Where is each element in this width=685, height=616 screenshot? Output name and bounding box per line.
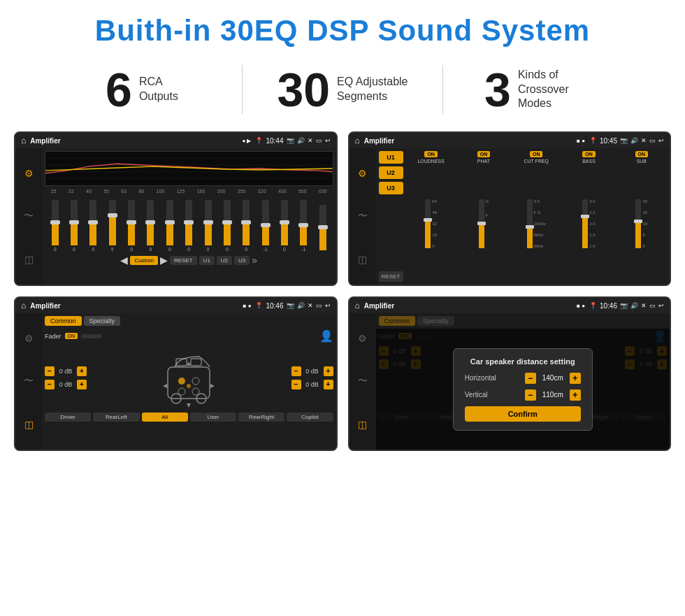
dot-icons-4: ■ ● bbox=[577, 303, 585, 309]
db-plus-3[interactable]: + bbox=[324, 380, 333, 389]
status-bar-3: ⌂ Amplifier ■ ● 📍 10:46 📷 🔊 ✕ ▭ ↩ bbox=[15, 298, 336, 313]
btn-copilot[interactable]: Copilot bbox=[287, 413, 333, 422]
ch-cutfreq-slider: 3.0F G100Hz80Hz60Hz bbox=[527, 165, 546, 282]
eq-slider-7: 0 bbox=[180, 200, 198, 252]
db-col-right: − 0 dB + − 0 dB + bbox=[291, 366, 333, 389]
dialog-vertical-control: − 110cm + bbox=[525, 389, 581, 401]
dialog-title: Car speaker distance setting bbox=[465, 357, 581, 366]
status-bar-1: ⌂ Amplifier ● ▶ 📍 10:44 📷 🔊 ✕ ▭ ↩ bbox=[15, 133, 336, 148]
ch-bass-slider: 3.02.52.01.51.0 bbox=[582, 165, 595, 282]
eq-reset-btn[interactable]: RESET bbox=[170, 256, 197, 265]
eq-more-icon[interactable]: » bbox=[252, 255, 257, 266]
distance-screen-wrapper: ⚙ 〜 ◫ Common Specialty Fader ON 👤 bbox=[349, 313, 670, 450]
dialog-overlay: Car speaker distance setting Horizontal … bbox=[376, 329, 670, 450]
eq-speaker-icon[interactable]: ◫ bbox=[24, 254, 34, 265]
db-minus-1[interactable]: − bbox=[45, 380, 55, 389]
crossover-u2-btn[interactable]: U2 bbox=[379, 166, 403, 179]
dist-wave-icon[interactable]: 〜 bbox=[358, 375, 368, 387]
ch-loudness-label: LOUDNESS bbox=[417, 159, 445, 164]
crossover-u1-btn[interactable]: U1 bbox=[379, 151, 403, 164]
ch-phat-slider: GF bbox=[479, 165, 489, 282]
eq-prev-btn[interactable]: ◀ bbox=[120, 255, 128, 266]
dialog-horizontal-minus[interactable]: − bbox=[525, 373, 536, 384]
ch-sub-on-btn[interactable]: ON bbox=[635, 151, 649, 157]
stat-rca-number: 6 bbox=[106, 66, 132, 113]
crossover-reset-btn[interactable]: RESET bbox=[379, 271, 403, 282]
sp-wave-icon[interactable]: 〜 bbox=[24, 375, 34, 387]
btn-rearleft[interactable]: RearLeft bbox=[93, 413, 139, 422]
db-minus-3[interactable]: − bbox=[291, 380, 301, 389]
db-minus-0[interactable]: − bbox=[45, 366, 55, 376]
vol-icon-2: 🔊 bbox=[630, 137, 638, 144]
db-value-0: 0 dB bbox=[56, 368, 75, 375]
tab-specialty[interactable]: Specialty bbox=[84, 316, 121, 326]
btn-all[interactable]: All bbox=[142, 413, 188, 422]
co-filter-icon[interactable]: ⚙ bbox=[358, 168, 367, 179]
dialog-horizontal-plus[interactable]: + bbox=[570, 373, 581, 384]
fader-on-btn[interactable]: ON bbox=[65, 333, 78, 339]
eq-u1-btn[interactable]: U1 bbox=[199, 256, 215, 265]
back-icon-1[interactable]: ↩ bbox=[325, 137, 331, 144]
svg-marker-17 bbox=[163, 384, 167, 388]
btn-driver[interactable]: Driver bbox=[45, 413, 91, 422]
eq-slider-0: 0 bbox=[46, 200, 64, 252]
back-icon-2[interactable]: ↩ bbox=[658, 137, 664, 144]
person-icon: 👤 bbox=[319, 329, 333, 343]
fader-label: Fader bbox=[45, 333, 62, 340]
ch-cutfreq-on-btn[interactable]: ON bbox=[530, 151, 543, 157]
ch-phat-on-btn[interactable]: ON bbox=[477, 151, 491, 157]
home-icon-4[interactable]: ⌂ bbox=[355, 301, 360, 310]
db-plus-0[interactable]: + bbox=[77, 366, 87, 376]
eq-slider-8: 0 bbox=[199, 200, 217, 252]
eq-filter-icon[interactable]: ⚙ bbox=[24, 168, 34, 179]
status-icons-1: 📍 10:44 📷 🔊 ✕ ▭ ↩ bbox=[255, 137, 330, 145]
eq-next-btn[interactable]: ▶ bbox=[160, 255, 168, 266]
status-icons-3: 📍 10:46 📷 🔊 ✕ ▭ ↩ bbox=[255, 302, 330, 310]
app-name-4: Amplifier bbox=[364, 302, 572, 310]
btn-user[interactable]: User bbox=[190, 413, 236, 422]
fader-slider[interactable] bbox=[81, 334, 102, 338]
app-name-2: Amplifier bbox=[364, 137, 572, 145]
ch-bass-on-btn[interactable]: ON bbox=[582, 151, 596, 157]
eq-custom-btn[interactable]: Custom bbox=[130, 256, 158, 265]
tab-common[interactable]: Common bbox=[45, 316, 82, 326]
home-icon-1[interactable]: ⌂ bbox=[21, 136, 26, 145]
confirm-button[interactable]: Confirm bbox=[465, 406, 581, 422]
eq-u2-btn[interactable]: U2 bbox=[217, 256, 232, 265]
db-minus-2[interactable]: − bbox=[291, 366, 301, 376]
home-icon-2[interactable]: ⌂ bbox=[355, 136, 360, 145]
eq-slider-6: 0 bbox=[161, 200, 178, 252]
db-plus-1[interactable]: + bbox=[77, 380, 87, 389]
stat-eq-label: EQ AdjustableSegments bbox=[337, 75, 408, 104]
crossover-u3-btn[interactable]: U3 bbox=[379, 182, 403, 194]
dist-speaker-icon[interactable]: ◫ bbox=[358, 419, 367, 430]
eq-slider-3: 5 bbox=[103, 200, 121, 252]
svg-point-11 bbox=[192, 378, 199, 385]
eq-wave-icon[interactable]: 〜 bbox=[24, 210, 34, 222]
dialog-vertical-plus[interactable]: + bbox=[570, 389, 581, 401]
svg-rect-7 bbox=[191, 359, 201, 366]
ch-loudness-on-btn[interactable]: ON bbox=[424, 151, 438, 157]
back-icon-3[interactable]: ↩ bbox=[325, 302, 331, 309]
sp-filter-icon[interactable]: ⚙ bbox=[24, 333, 34, 344]
db-plus-2[interactable]: + bbox=[324, 366, 333, 376]
co-wave-icon[interactable]: 〜 bbox=[358, 210, 368, 222]
btn-rearright[interactable]: RearRight bbox=[238, 413, 284, 422]
eq-u3-btn[interactable]: U3 bbox=[234, 256, 250, 265]
location-icon-4: 📍 bbox=[589, 302, 597, 309]
back-icon-4[interactable]: ↩ bbox=[658, 302, 664, 309]
co-speaker-icon[interactable]: ◫ bbox=[358, 254, 367, 265]
dist-filter-icon[interactable]: ⚙ bbox=[358, 333, 367, 344]
speaker-screen-content: ⚙ 〜 ◫ Common Specialty Fader ON 👤 bbox=[15, 313, 336, 450]
speaker-tabs: Common Specialty bbox=[45, 316, 333, 326]
sp-speaker-icon[interactable]: ◫ bbox=[24, 419, 34, 430]
home-icon-3[interactable]: ⌂ bbox=[21, 301, 26, 310]
dialog-vertical-minus[interactable]: − bbox=[525, 389, 536, 401]
db-value-2: 0 dB bbox=[303, 368, 322, 375]
db-value-1: 0 dB bbox=[56, 381, 75, 388]
car-svg bbox=[161, 346, 217, 409]
ch-cutfreq-label: CUT FREQ bbox=[524, 159, 549, 164]
eq-screen-content: ⚙ 〜 ◫ bbox=[15, 148, 336, 285]
svg-point-10 bbox=[178, 378, 185, 385]
crossover-screen-content: ⚙ 〜 ◫ U1 U2 U3 RESET ON LOUDNESS bbox=[349, 148, 670, 285]
